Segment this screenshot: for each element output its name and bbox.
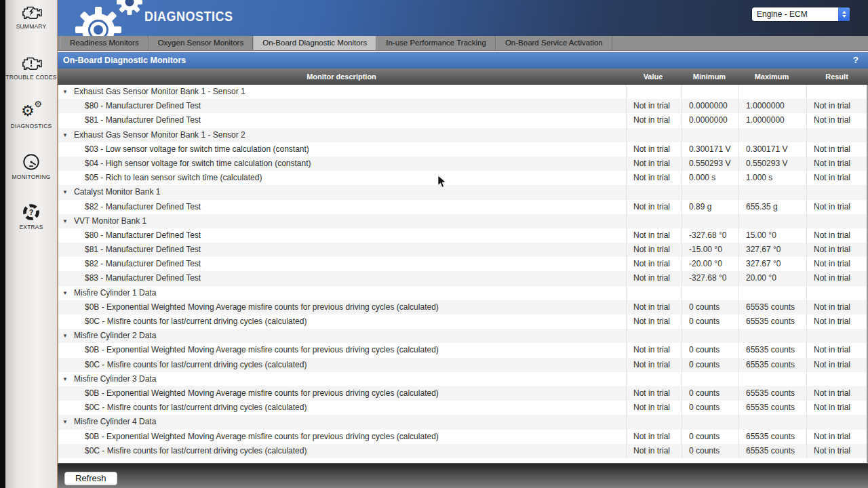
tab-in-use-performance-tracking[interactable]: In-use Performance Tracking <box>376 36 496 50</box>
row-description: VVT Monitor Bank 1 <box>74 216 146 226</box>
cell-maximum <box>738 128 806 142</box>
cell-minimum <box>682 372 738 386</box>
cell-value <box>626 214 682 228</box>
table-row[interactable]: ▼Misfire Cylinder 1 Data <box>58 286 867 300</box>
cell-maximum: 20.00 °0 <box>738 271 806 285</box>
column-header-minimum[interactable]: Minimum <box>681 68 738 85</box>
svg-text:?: ? <box>29 208 34 216</box>
cell-minimum: 0 counts <box>682 314 738 329</box>
tab-on-board-diagnostic-monitors[interactable]: On-Board Diagnostic Monitors <box>253 36 376 50</box>
sidebar-item-trouble-codes[interactable]: TROUBLE CODES <box>5 53 57 81</box>
app-header: DIAGNOSTICS Engine - ECM <box>58 0 868 36</box>
cell-maximum: 0.300171 V <box>738 142 806 157</box>
section-header: On-Board Diagnostic Monitors ? <box>58 52 868 68</box>
row-description: $0C - Misfire counts for last/current dr… <box>85 403 307 412</box>
cell-maximum <box>738 372 806 386</box>
row-expander-icon[interactable]: ▼ <box>62 329 74 343</box>
cell-maximum <box>738 185 806 199</box>
cell-maximum: 65535 counts <box>738 430 806 444</box>
row-description: $05 - Rich to lean sensor switch time (c… <box>85 173 262 182</box>
ecu-selector[interactable]: Engine - ECM <box>752 7 850 21</box>
tab-oxygen-sensor-monitors[interactable]: Oxygen Sensor Monitors <box>149 36 254 50</box>
row-description: Misfire Cylinder 4 Data <box>74 417 156 426</box>
sidebar-item-label: EXTRAS <box>19 224 43 230</box>
cell-value <box>626 128 682 142</box>
cell-result <box>806 85 868 99</box>
cell-result: Not in trial <box>806 113 868 127</box>
table-row[interactable]: ▼Exhaust Gas Sensor Monitor Bank 1 - Sen… <box>58 128 867 142</box>
row-expander-icon[interactable]: ▼ <box>62 85 74 99</box>
row-expander-icon[interactable]: ▼ <box>62 372 74 386</box>
cell-result: Not in trial <box>806 228 868 243</box>
app-window: SUMMARY TROUBLE CODES ⚙⚙ DIAGNOSTICS <box>0 0 868 488</box>
column-header-value[interactable]: Value <box>625 68 681 85</box>
tab-readiness-monitors[interactable]: Readiness Monitors <box>60 36 149 50</box>
cell-maximum: 327.67 °0 <box>738 243 806 257</box>
cell-result <box>806 185 868 199</box>
table-row: ▼$04 - High sensor voltage for switch ti… <box>58 157 867 171</box>
row-expander-icon[interactable]: ▼ <box>62 214 74 228</box>
row-description: Exhaust Gas Sensor Monitor Bank 1 - Sens… <box>74 87 245 96</box>
cell-minimum <box>682 286 738 300</box>
sidebar-item-diagnostics[interactable]: ⚙⚙ DIAGNOSTICS <box>5 102 57 129</box>
sidebar-item-monitoring[interactable]: MONITORING <box>5 152 57 180</box>
column-header-description[interactable]: Monitor description <box>58 68 625 85</box>
cell-value: Not in trial <box>626 113 682 127</box>
cell-minimum <box>682 185 738 199</box>
table-row: ▼$0C - Misfire counts for last/current d… <box>58 401 867 415</box>
row-description: Misfire Cylinder 1 Data <box>74 288 156 298</box>
row-expander-icon[interactable]: ▼ <box>62 185 74 199</box>
dropdown-stepper-icon <box>838 7 850 21</box>
cell-result <box>806 415 868 429</box>
cell-value <box>626 372 682 386</box>
table-row[interactable]: ▼Misfire Cylinder 2 Data <box>58 329 867 343</box>
cell-maximum: 655.35 g <box>738 200 806 214</box>
table-row: ▼$0B - Exponential Weighted Moving Avera… <box>58 430 867 444</box>
page-title: DIAGNOSTICS <box>144 9 233 25</box>
row-expander-icon[interactable]: ▼ <box>62 128 74 142</box>
table-row: ▼$05 - Rich to lean sensor switch time (… <box>58 171 867 185</box>
cell-minimum: 0.550293 V <box>682 157 738 171</box>
table-row[interactable]: ▼Misfire Cylinder 3 Data <box>58 372 867 386</box>
row-description: $82 - Manufacturer Defined Test <box>85 202 201 211</box>
table-row[interactable]: ▼Exhaust Gas Sensor Monitor Bank 1 - Sen… <box>58 85 867 99</box>
cell-value: Not in trial <box>626 358 682 372</box>
table-row[interactable]: ▼Catalyst Monitor Bank 1 <box>58 185 867 199</box>
row-expander-icon[interactable]: ▼ <box>62 415 74 429</box>
table-row: ▼$80 - Manufacturer Defined Test Not in … <box>58 99 867 113</box>
cell-value: Not in trial <box>626 386 682 401</box>
table-row: ▼$83 - Manufacturer Defined Test Not in … <box>58 271 867 285</box>
refresh-button[interactable]: Refresh <box>64 472 117 485</box>
gears-icon: ⚙⚙ <box>21 102 41 121</box>
cell-result <box>806 286 868 300</box>
cell-value: Not in trial <box>626 430 682 444</box>
table-row: ▼$82 - Manufacturer Defined Test Not in … <box>58 257 867 271</box>
column-header-maximum[interactable]: Maximum <box>738 68 806 85</box>
row-description: $0C - Misfire counts for last/current dr… <box>85 317 307 326</box>
tab-on-board-service-activation[interactable]: On-Board Service Activation <box>496 36 612 50</box>
row-expander-icon[interactable]: ▼ <box>62 286 74 300</box>
row-description: $80 - Manufacturer Defined Test <box>85 101 201 110</box>
cell-value: Not in trial <box>626 401 682 415</box>
cell-result: Not in trial <box>806 401 868 415</box>
cell-maximum: 65535 counts <box>738 444 806 458</box>
column-header-result[interactable]: Result <box>806 68 868 85</box>
cell-maximum: 1.0000000 <box>738 113 806 127</box>
sidebar-item-extras[interactable]: ? EXTRAS <box>5 203 57 230</box>
table-row[interactable]: ▼VVT Monitor Bank 1 <box>58 214 867 228</box>
table-row[interactable]: ▼Misfire Cylinder 4 Data <box>58 415 867 429</box>
row-description: $0B - Exponential Weighted Moving Averag… <box>85 432 439 441</box>
row-description: $83 - Manufacturer Defined Test <box>85 273 201 283</box>
cell-maximum: 1.000 s <box>738 171 806 185</box>
table-row: ▼$0C - Misfire counts for last/current d… <box>58 444 867 458</box>
sidebar-item-summary[interactable]: SUMMARY <box>5 2 57 30</box>
cell-value: Not in trial <box>626 228 682 243</box>
row-description: $0B - Exponential Weighted Moving Averag… <box>85 388 439 398</box>
cell-result: Not in trial <box>806 243 868 257</box>
cell-result: Not in trial <box>806 343 868 357</box>
help-icon[interactable]: ? <box>853 52 859 68</box>
cell-value <box>626 329 682 343</box>
cell-result: Not in trial <box>806 430 868 444</box>
cell-minimum: -15.00 °0 <box>682 243 738 257</box>
row-description: $03 - Low sensor voltage for switch time… <box>85 144 309 154</box>
